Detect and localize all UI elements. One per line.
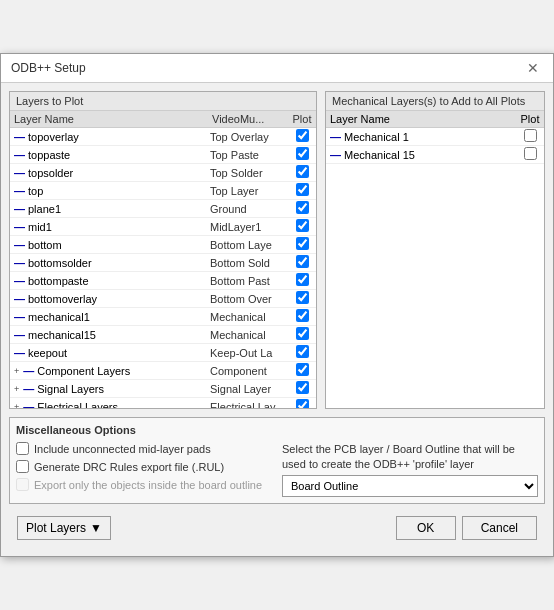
plot-checkbox[interactable] bbox=[296, 201, 309, 214]
table-row: —topTop Layer bbox=[10, 182, 316, 200]
plot-checkbox[interactable] bbox=[296, 309, 309, 322]
row-name: —bottompaste bbox=[10, 275, 208, 287]
misc-content: Include unconnected mid-layer pads Gener… bbox=[16, 442, 538, 497]
video-name: Bottom Laye bbox=[208, 239, 288, 251]
layer-name: bottompaste bbox=[28, 275, 89, 287]
table-row: +—Signal LayersSignal Layer bbox=[10, 380, 316, 398]
plot-cell bbox=[288, 291, 316, 306]
dialog-title: ODB++ Setup bbox=[11, 61, 86, 75]
video-name: Bottom Over bbox=[208, 293, 288, 305]
expand-icon[interactable]: + bbox=[14, 384, 19, 394]
option3-row: Export only the objects inside the board… bbox=[16, 478, 272, 491]
profile-select[interactable]: Board OutlineTop OverlayBottom Overlay bbox=[282, 475, 538, 497]
layer-name: bottomsolder bbox=[28, 257, 92, 269]
plot-checkbox[interactable] bbox=[296, 165, 309, 178]
expand-icon[interactable]: + bbox=[14, 366, 19, 376]
row-name: —mid1 bbox=[10, 221, 208, 233]
title-bar: ODB++ Setup ✕ bbox=[1, 54, 553, 83]
plot-cell bbox=[288, 309, 316, 324]
option1-checkbox[interactable] bbox=[16, 442, 29, 455]
dash-icon: — bbox=[14, 347, 25, 359]
dash-icon: — bbox=[23, 401, 34, 409]
plot-checkbox[interactable] bbox=[296, 183, 309, 196]
expand-icon[interactable]: + bbox=[14, 402, 19, 409]
misc-right: Select the PCB layer / Board Outline tha… bbox=[282, 442, 538, 497]
plot-checkbox[interactable] bbox=[524, 129, 537, 142]
plot-cell bbox=[516, 129, 544, 144]
plot-cell bbox=[516, 147, 544, 162]
plot-checkbox[interactable] bbox=[296, 147, 309, 160]
row-name: +—Electrical Layers bbox=[10, 401, 208, 409]
dash-icon: — bbox=[14, 149, 25, 161]
plot-checkbox[interactable] bbox=[296, 363, 309, 376]
plot-checkbox[interactable] bbox=[296, 237, 309, 250]
plot-cell bbox=[288, 273, 316, 288]
dash-icon: — bbox=[14, 167, 25, 179]
plot-checkbox[interactable] bbox=[296, 273, 309, 286]
table-row: —Mechanical 1 bbox=[326, 128, 544, 146]
dash-icon: — bbox=[14, 257, 25, 269]
dash-icon: — bbox=[330, 149, 341, 161]
plot-cell bbox=[288, 147, 316, 162]
video-name: Keep-Out La bbox=[208, 347, 288, 359]
btn-group: OK Cancel bbox=[396, 516, 537, 540]
right-col-name-header: Layer Name bbox=[326, 113, 516, 125]
option3-checkbox[interactable] bbox=[16, 478, 29, 491]
dash-icon: — bbox=[14, 329, 25, 341]
plot-cell bbox=[288, 201, 316, 216]
plot-checkbox[interactable] bbox=[296, 219, 309, 232]
video-name: Component bbox=[208, 365, 288, 377]
row-name: —bottomsolder bbox=[10, 257, 208, 269]
plot-checkbox[interactable] bbox=[296, 399, 309, 408]
dash-icon: — bbox=[23, 383, 34, 395]
dash-icon: — bbox=[14, 131, 25, 143]
plot-checkbox[interactable] bbox=[296, 345, 309, 358]
row-name: +—Component Layers bbox=[10, 365, 208, 377]
right-col-plot-header: Plot bbox=[516, 113, 544, 125]
layer-name: toppaste bbox=[28, 149, 70, 161]
cancel-button[interactable]: Cancel bbox=[462, 516, 537, 540]
right-panel-title: Mechanical Layers(s) to Add to All Plots bbox=[326, 92, 544, 111]
col-plot-header: Plot bbox=[288, 113, 316, 125]
plot-checkbox[interactable] bbox=[296, 129, 309, 142]
layer-name: topsolder bbox=[28, 167, 73, 179]
table-row: —bottompasteBottom Past bbox=[10, 272, 316, 290]
table-row: —mechanical1Mechanical bbox=[10, 308, 316, 326]
option2-checkbox[interactable] bbox=[16, 460, 29, 473]
close-button[interactable]: ✕ bbox=[523, 60, 543, 76]
video-name: Bottom Sold bbox=[208, 257, 288, 269]
ok-button[interactable]: OK bbox=[396, 516, 456, 540]
plot-checkbox[interactable] bbox=[296, 381, 309, 394]
plot-checkbox[interactable] bbox=[296, 291, 309, 304]
option1-row: Include unconnected mid-layer pads bbox=[16, 442, 272, 455]
col-name-header: Layer Name bbox=[10, 113, 208, 125]
row-name: —topsolder bbox=[10, 167, 208, 179]
misc-title: Miscellaneous Options bbox=[16, 424, 538, 436]
layers-to-plot-panel: Layers to Plot Layer Name VideoMu... Plo… bbox=[9, 91, 317, 409]
layer-name: keepout bbox=[28, 347, 67, 359]
row-name: —mechanical1 bbox=[10, 311, 208, 323]
plot-checkbox[interactable] bbox=[296, 255, 309, 268]
row-name: —Mechanical 1 bbox=[326, 131, 516, 143]
plot-cell bbox=[288, 129, 316, 144]
dash-icon: — bbox=[14, 185, 25, 197]
plot-layers-button[interactable]: Plot Layers ▼ bbox=[17, 516, 111, 540]
right-table-header: Layer Name Plot bbox=[326, 111, 544, 128]
dash-icon: — bbox=[23, 365, 34, 377]
option2-label: Generate DRC Rules export file (.RUL) bbox=[34, 461, 224, 473]
layer-name: bottom bbox=[28, 239, 62, 251]
mechanical-layers-panel: Mechanical Layers(s) to Add to All Plots… bbox=[325, 91, 545, 409]
plot-checkbox[interactable] bbox=[296, 327, 309, 340]
video-name: Bottom Past bbox=[208, 275, 288, 287]
layer-name: bottomoverlay bbox=[28, 293, 97, 305]
row-name: —mechanical15 bbox=[10, 329, 208, 341]
dash-icon: — bbox=[330, 131, 341, 143]
option2-row: Generate DRC Rules export file (.RUL) bbox=[16, 460, 272, 473]
table-row: —bottomBottom Laye bbox=[10, 236, 316, 254]
video-name: Electrical Lay bbox=[208, 401, 288, 409]
plot-checkbox[interactable] bbox=[524, 147, 537, 160]
col-video-header: VideoMu... bbox=[208, 113, 288, 125]
plot-cell bbox=[288, 183, 316, 198]
plot-cell bbox=[288, 363, 316, 378]
plot-cell bbox=[288, 255, 316, 270]
